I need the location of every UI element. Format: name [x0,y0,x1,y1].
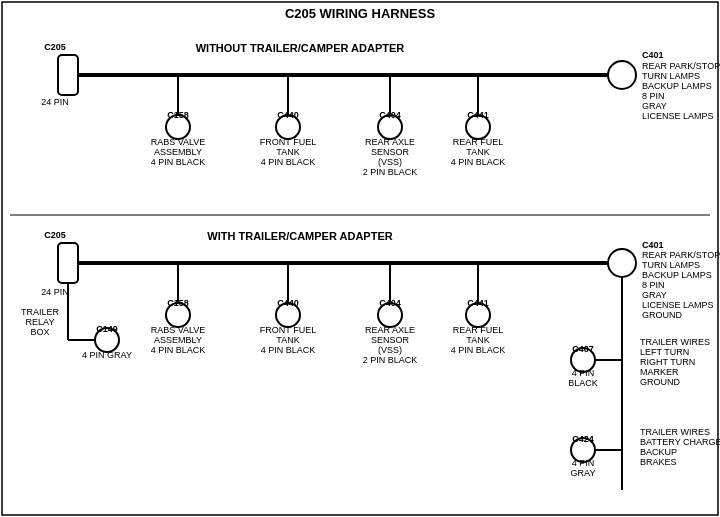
main-title: C205 WIRING HARNESS [285,6,436,21]
section1-c158-desc2: ASSEMBLY [154,147,202,157]
section2-c404-desc4: 2 PIN BLACK [363,355,418,365]
section1-c401-label: C401 [642,50,664,60]
section2-c440-desc1: FRONT FUEL [260,325,316,335]
section2-c407-id: C407 [572,344,594,354]
section1-c440-desc1: FRONT FUEL [260,137,316,147]
section1-c404-desc2: SENSOR [371,147,410,157]
section2-c404-desc1: REAR AXLE [365,325,415,335]
section2-c158-desc3: 4 PIN BLACK [151,345,206,355]
section2-relay-label1: TRAILER [21,307,60,317]
section2-c404-desc2: SENSOR [371,335,410,345]
section2-c424-pins1: 4 PIN [572,458,595,468]
section2-c404-id: C404 [379,298,401,308]
section2-c424-desc2: BATTERY CHARGE [640,437,720,447]
section2-right-desc3: BACKUP LAMPS [642,270,712,280]
section1-gray-label: GRAY [642,101,667,111]
section1-c440-desc2: TANK [276,147,299,157]
section2-c440-desc2: TANK [276,335,299,345]
section1-c441-desc3: 4 PIN BLACK [451,157,506,167]
section1-c440-desc3: 4 PIN BLACK [261,157,316,167]
section1-right-desc3: BACKUP LAMPS [642,81,712,91]
section2-c158-id: C158 [167,298,189,308]
section2-left-connector [58,243,78,283]
diagram-container: C205 WIRING HARNESS WITHOUT TRAILER/CAMP… [0,0,720,517]
section1-c158-desc3: 4 PIN BLACK [151,157,206,167]
section2-right-connector [608,249,636,277]
section2-c158-desc2: ASSEMBLY [154,335,202,345]
section2-ground-label: GROUND [642,310,682,320]
section2-label: WITH TRAILER/CAMPER ADAPTER [207,230,392,242]
section2-c441-id: C441 [467,298,489,308]
section2-c424-pins2: GRAY [571,468,596,478]
section2-c407-pins2: BLACK [568,378,598,388]
section1-right-connector [608,61,636,89]
section2-c158-desc1: RABS VALVE [151,325,206,335]
section1-c440-id: C440 [277,110,299,120]
section2-relay-label3: BOX [30,327,49,337]
section1-label: WITHOUT TRAILER/CAMPER ADAPTER [196,42,405,54]
section2-c441-desc1: REAR FUEL [453,325,504,335]
section1-c441-desc1: REAR FUEL [453,137,504,147]
section1-c404-id: C404 [379,110,401,120]
section1-c441-id: C441 [467,110,489,120]
section2-8pin-label: 8 PIN [642,280,665,290]
section2-relay-label2: RELAY [26,317,55,327]
section1-c404-desc1: REAR AXLE [365,137,415,147]
section2-c149-id: C149 [96,324,118,334]
section2-right-desc1: REAR PARK/STOP [642,250,720,260]
section2-24pin-label: 24 PIN [41,287,69,297]
section2-c407-desc2: LEFT TURN [640,347,689,357]
section2-c404-desc3: (VSS) [378,345,402,355]
section1-right-desc1: REAR PARK/STOP [642,61,720,71]
section2-c441-desc3: 4 PIN BLACK [451,345,506,355]
section2-c149-pins: 4 PIN GRAY [82,350,132,360]
section2-c424-id: C424 [572,434,594,444]
section2-c407-desc4: MARKER [640,367,679,377]
wiring-diagram-svg: C205 WIRING HARNESS WITHOUT TRAILER/CAMP… [0,0,720,517]
section2-c407-desc1: TRAILER WIRES [640,337,710,347]
section2-c441-desc2: TANK [466,335,489,345]
section2-c401-label: C401 [642,240,664,250]
section1-24pin-label: 24 PIN [41,97,69,107]
section1-c158-id: C158 [167,110,189,120]
section2-right-desc2: TURN LAMPS [642,260,700,270]
section1-8pin-label: 8 PIN [642,91,665,101]
section2-c424-desc4: BRAKES [640,457,677,467]
section2-c440-id: C440 [277,298,299,308]
section1-left-connector [58,55,78,95]
section2-c407-pins1: 4 PIN [572,368,595,378]
section2-c205-label: C205 [44,230,66,240]
section2-gray-label: GRAY [642,290,667,300]
section1-c404-desc4: 2 PIN BLACK [363,167,418,177]
section1-license-label: LICENSE LAMPS [642,111,714,121]
section1-c205-label: C205 [44,42,66,52]
section1-right-desc2: TURN LAMPS [642,71,700,81]
section2-c440-desc3: 4 PIN BLACK [261,345,316,355]
section2-c424-desc1: TRAILER WIRES [640,427,710,437]
section2-c407-desc3: RIGHT TURN [640,357,695,367]
section2-c424-desc3: BACKUP [640,447,677,457]
section1-c158-desc1: RABS VALVE [151,137,206,147]
section1-c441-desc2: TANK [466,147,489,157]
section2-license-label: LICENSE LAMPS [642,300,714,310]
section1-c404-desc3: (VSS) [378,157,402,167]
section2-c407-desc5: GROUND [640,377,680,387]
